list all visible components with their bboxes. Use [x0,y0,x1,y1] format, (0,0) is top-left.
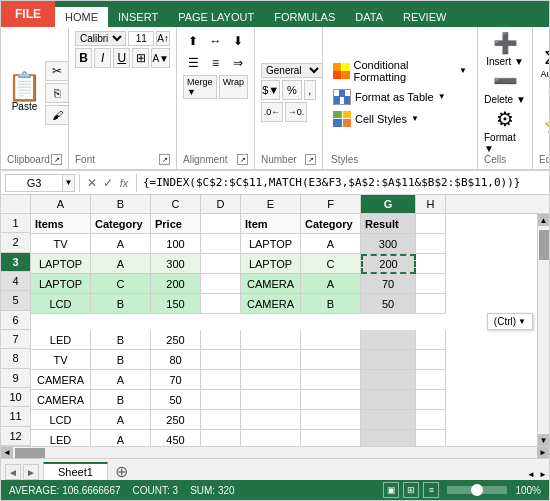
cut-button[interactable]: ✂ [45,61,69,81]
cell-b11[interactable]: A [91,430,151,446]
cell-g1[interactable]: Result [361,214,416,234]
cell-b3[interactable]: A [91,254,151,274]
name-box[interactable] [5,174,63,192]
row-header-11[interactable]: 11 [1,407,31,426]
row-header-2[interactable]: 2 [1,233,31,252]
row-header-3[interactable]: 3 [1,253,31,272]
page-break-view-button[interactable]: ≡ [423,482,439,498]
cell-h10[interactable] [416,410,446,430]
row-header-1[interactable]: 1 [1,214,31,233]
increase-font-button[interactable]: A↑ [156,31,170,46]
tab-page-layout[interactable]: PAGE LAYOUT [168,7,264,27]
cell-a10[interactable]: LCD [31,410,91,430]
cell-h9[interactable] [416,390,446,410]
cell-c8[interactable]: 70 [151,370,201,390]
cell-g3[interactable]: 200 [361,254,416,274]
cell-f5[interactable]: B [301,294,361,314]
cell-c4[interactable]: 200 [151,274,201,294]
number-expand[interactable]: ↗ [305,154,316,165]
cell-d4[interactable] [201,274,241,294]
font-family-select[interactable]: Calibri [75,31,126,46]
cell-f4[interactable]: A [301,274,361,294]
cell-d2[interactable] [201,234,241,254]
page-layout-view-button[interactable]: ⊞ [403,482,419,498]
col-header-g[interactable]: G [361,195,416,213]
cell-h5[interactable] [416,294,446,314]
cell-a1[interactable]: Items [31,214,91,234]
cell-b2[interactable]: A [91,234,151,254]
cell-e4[interactable]: CAMERA [241,274,301,294]
cell-c2[interactable]: 100 [151,234,201,254]
col-header-f[interactable]: F [301,195,361,213]
cell-h1[interactable] [416,214,446,234]
col-header-e[interactable]: E [241,195,301,213]
conditional-formatting-button[interactable]: Conditional Formatting ▼ [331,58,469,84]
cell-e3[interactable]: LAPTOP [241,254,301,274]
sheet-tab-sheet1[interactable]: Sheet1 [43,462,108,480]
increase-decimal-button[interactable]: →0. [285,102,307,122]
cell-f2[interactable]: A [301,234,361,254]
alignment-expand[interactable]: ↗ [237,154,248,165]
cell-f8[interactable] [301,370,361,390]
cell-e6[interactable] [241,330,301,350]
cell-f9[interactable] [301,390,361,410]
cell-f7[interactable] [301,350,361,370]
cell-g10[interactable] [361,410,416,430]
cell-f10[interactable] [301,410,361,430]
row-header-5[interactable]: 5 [1,291,31,310]
cell-d6[interactable] [201,330,241,350]
cell-c11[interactable]: 450 [151,430,201,446]
copy-button[interactable]: ⎘ [45,83,69,103]
cancel-formula-button[interactable]: ✕ [84,175,100,191]
cell-g2[interactable]: 300 [361,234,416,254]
comma-button[interactable]: , [304,80,316,100]
align-right-button[interactable]: ⇒ [228,53,248,73]
font-size-input[interactable] [128,31,154,46]
horizontal-scrollbar[interactable]: ◄ ► [1,446,549,458]
cell-styles-button[interactable]: Cell Styles ▼ [331,110,469,128]
cell-c1[interactable]: Price [151,214,201,234]
cell-a3[interactable]: LAPTOP [31,254,91,274]
nav-left-button[interactable]: ◄ [5,464,21,480]
format-table-button[interactable]: Format as Table ▼ [331,88,469,106]
cell-h11[interactable] [416,430,446,446]
cell-e8[interactable] [241,370,301,390]
cell-e9[interactable] [241,390,301,410]
cell-h8[interactable] [416,370,446,390]
row-header-7[interactable]: 7 [1,330,31,349]
cell-g7[interactable] [361,350,416,370]
cell-b10[interactable]: A [91,410,151,430]
cell-g6[interactable] [361,330,416,350]
row-header-9[interactable]: 9 [1,369,31,388]
clipboard-expand[interactable]: ↗ [51,154,62,165]
col-header-d[interactable]: D [201,195,241,213]
align-bottom-button[interactable]: ⬇ [228,31,248,51]
cell-f11[interactable] [301,430,361,446]
border-button[interactable]: ⊞ [132,48,149,68]
cell-h4[interactable] [416,274,446,294]
cell-b4[interactable]: C [91,274,151,294]
cell-g8[interactable] [361,370,416,390]
col-header-a[interactable]: A [31,195,91,213]
row-header-10[interactable]: 10 [1,388,31,407]
cell-d11[interactable] [201,430,241,446]
cell-a11[interactable]: LED [31,430,91,446]
cell-c3[interactable]: 300 [151,254,201,274]
tab-review[interactable]: REVIEW [393,7,456,27]
cell-b1[interactable]: Category [91,214,151,234]
cell-a4[interactable]: LAPTOP [31,274,91,294]
align-middle-button[interactable]: ↔ [205,31,225,51]
format-button[interactable]: ⚙ Format ▼ [484,107,526,154]
font-expand[interactable]: ↗ [159,154,170,165]
fill-button[interactable]: ⬇▼ Fill [546,82,550,108]
paste-button[interactable]: 📋 Paste [7,73,42,112]
insert-function-button[interactable]: fx [116,175,132,191]
confirm-formula-button[interactable]: ✓ [100,175,116,191]
cell-d1[interactable] [201,214,241,234]
cell-d8[interactable] [201,370,241,390]
zoom-slider[interactable] [447,486,507,494]
cell-e5[interactable]: CAMERA [241,294,301,314]
cell-b7[interactable]: B [91,350,151,370]
bold-button[interactable]: B [75,48,92,68]
cell-b8[interactable]: A [91,370,151,390]
